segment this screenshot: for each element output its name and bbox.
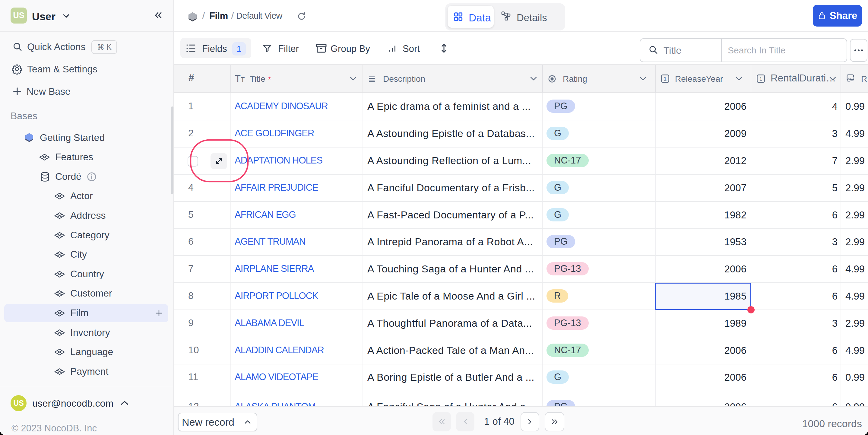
svg-text:1: 1 [760, 76, 762, 82]
svg-text:1: 1 [664, 76, 666, 82]
